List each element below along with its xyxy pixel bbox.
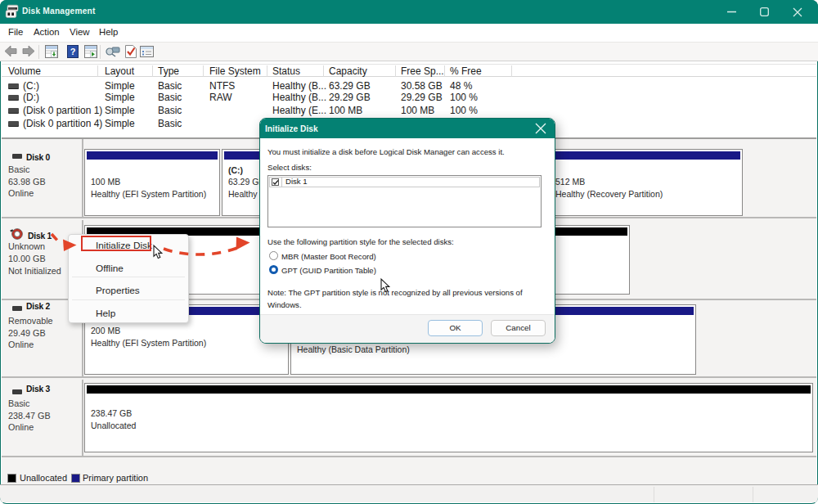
svg-text:?: ?: [70, 47, 76, 56]
